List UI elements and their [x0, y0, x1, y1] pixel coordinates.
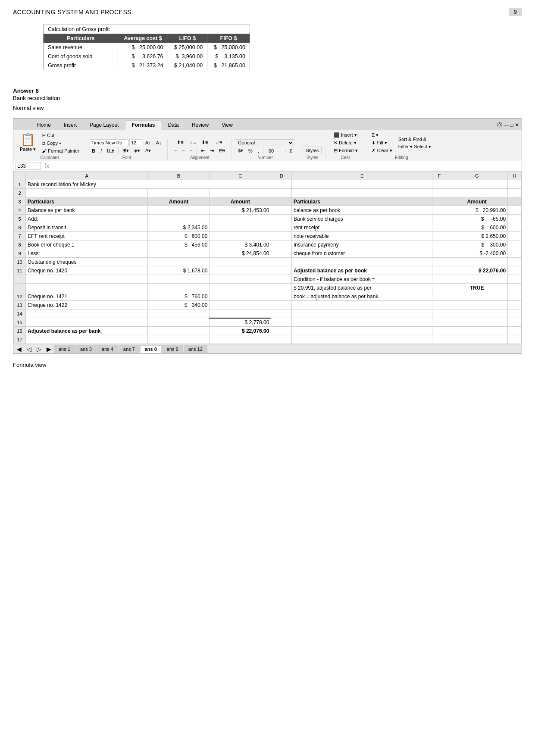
cell-f8[interactable]: [432, 241, 446, 249]
fill-color-button[interactable]: ◈▾: [132, 147, 142, 154]
col-header-a[interactable]: A: [26, 172, 148, 180]
cell-e2[interactable]: [291, 189, 432, 197]
cell-c8[interactable]: $ 3,401.00: [210, 241, 271, 249]
cell-a17[interactable]: [26, 335, 148, 344]
cell-c5[interactable]: [210, 215, 271, 223]
font-size-increase[interactable]: A↑: [143, 139, 153, 146]
cell-g11[interactable]: $ 22,076.00: [446, 266, 508, 275]
cell-e10[interactable]: [291, 258, 432, 266]
cell-h17[interactable]: [508, 335, 522, 344]
cell-e14[interactable]: [291, 309, 432, 318]
cell-h11c[interactable]: [508, 284, 522, 292]
cell-b8[interactable]: $ 456.00: [148, 241, 210, 249]
cell-c3[interactable]: Amount: [210, 197, 271, 206]
cell-g2[interactable]: [446, 189, 508, 197]
paste-button[interactable]: Paste ▾: [18, 146, 38, 153]
tab-home[interactable]: Home: [31, 120, 57, 130]
cell-b14[interactable]: [148, 309, 210, 318]
autosum-button[interactable]: Σ ▾: [369, 131, 394, 139]
cell-h16[interactable]: [508, 327, 522, 335]
col-header-g[interactable]: G: [446, 172, 508, 180]
sheet-tab-ans7[interactable]: ans 7: [119, 345, 140, 353]
tab-data[interactable]: Data: [161, 120, 185, 130]
col-header-c[interactable]: C: [210, 172, 271, 180]
cell-g10[interactable]: [446, 258, 508, 266]
cell-g3[interactable]: Amount: [446, 197, 508, 206]
cell-f1[interactable]: [432, 180, 446, 189]
cell-f12[interactable]: [432, 292, 446, 301]
format-button[interactable]: ⊟ Format ▾: [332, 147, 360, 154]
border-button[interactable]: ⊞▾: [120, 147, 131, 154]
cell-b11c[interactable]: [148, 284, 210, 292]
cell-h12[interactable]: [508, 292, 522, 301]
cell-g6[interactable]: $ 600.00: [446, 223, 508, 232]
cell-d1[interactable]: [271, 180, 292, 189]
sheet-tab-ans9[interactable]: ans 9: [162, 345, 183, 353]
align-left-button[interactable]: ≡: [172, 147, 179, 154]
decrease-indent-button[interactable]: ⇤: [199, 147, 207, 154]
cell-a1[interactable]: Bank reconciliation for Mickey: [26, 180, 271, 189]
cell-a11b[interactable]: [26, 275, 148, 284]
align-top-button[interactable]: ⬆≡: [175, 139, 185, 146]
cell-e4[interactable]: balance as per book: [291, 206, 432, 215]
cell-d5[interactable]: [271, 215, 292, 223]
cell-f11b[interactable]: [432, 275, 446, 284]
cut-button[interactable]: ✂ Cut: [40, 132, 81, 139]
cell-d2[interactable]: [271, 189, 292, 197]
cell-c11c[interactable]: [210, 284, 271, 292]
cell-b12[interactable]: $ 760.00: [148, 292, 210, 301]
cell-e1[interactable]: [291, 180, 432, 189]
cell-ref-input[interactable]: [15, 162, 41, 170]
cell-h8[interactable]: [508, 241, 522, 249]
cell-e3[interactable]: Particulars: [291, 197, 432, 206]
cell-a11[interactable]: Cheque no. 1420: [26, 266, 148, 275]
align-bottom-button[interactable]: ⬇≡: [199, 139, 210, 146]
currency-button[interactable]: $▾: [236, 147, 245, 154]
cell-a6[interactable]: Deposit in transit: [26, 223, 148, 232]
cell-g11c[interactable]: TRUE: [446, 284, 508, 292]
cell-c17[interactable]: [210, 335, 271, 344]
cell-a8[interactable]: Book error cheque 1: [26, 241, 148, 249]
decrease-decimal-button[interactable]: ←.0: [282, 147, 294, 154]
sheet-tab-ans3[interactable]: ans 3: [75, 345, 97, 353]
cell-b7[interactable]: $ 600.00: [148, 232, 210, 241]
sheet-tab-ans12[interactable]: ans 12: [184, 345, 207, 353]
cell-e6[interactable]: rent receipt: [291, 223, 432, 232]
cell-b11b[interactable]: [148, 275, 210, 284]
cell-g1[interactable]: [446, 180, 508, 189]
cell-c12[interactable]: [210, 292, 271, 301]
cell-g4[interactable]: $ 20,991.00: [446, 206, 508, 215]
cell-b16[interactable]: [148, 327, 210, 335]
cell-h9[interactable]: [508, 249, 522, 258]
increase-decimal-button[interactable]: .00→: [265, 147, 281, 154]
font-size-input[interactable]: [129, 139, 142, 146]
cell-c11b[interactable]: [210, 275, 271, 284]
cell-a16[interactable]: Adjusted balance as per bank: [26, 327, 148, 335]
cell-f7[interactable]: [432, 232, 446, 241]
cell-h10[interactable]: [508, 258, 522, 266]
cell-f16[interactable]: [432, 327, 446, 335]
cell-b4[interactable]: [148, 206, 210, 215]
cell-g8[interactable]: $ 300.00: [446, 241, 508, 249]
cell-e13[interactable]: [291, 301, 432, 309]
percent-button[interactable]: %: [246, 147, 255, 154]
sheet-nav-right2[interactable]: ▷: [34, 346, 44, 353]
cell-g17[interactable]: [446, 335, 508, 344]
cell-a3[interactable]: Particulars: [26, 197, 148, 206]
cell-g5[interactable]: $ -65.00: [446, 215, 508, 223]
cell-d6[interactable]: [271, 223, 292, 232]
merge-button[interactable]: ⊟▾: [217, 147, 228, 154]
cell-e11b[interactable]: Condition - if balance as per book =: [291, 275, 432, 284]
cell-a2[interactable]: [26, 189, 148, 197]
cell-b6[interactable]: $ 2,345.00: [148, 223, 210, 232]
cell-g7[interactable]: $ 2,650.00: [446, 232, 508, 241]
cell-f10[interactable]: [432, 258, 446, 266]
tab-formulas[interactable]: Formulas: [125, 120, 161, 130]
cell-f3[interactable]: [432, 197, 446, 206]
cell-b15[interactable]: [148, 318, 210, 327]
cell-d3[interactable]: [271, 197, 292, 206]
cell-h3[interactable]: [508, 197, 522, 206]
clear-button[interactable]: ✗ Clear ▾: [369, 147, 394, 154]
cell-c9[interactable]: $ 24,854.00: [210, 249, 271, 258]
cell-e11c[interactable]: $ 20,991, adjusted balance as per: [291, 284, 432, 292]
